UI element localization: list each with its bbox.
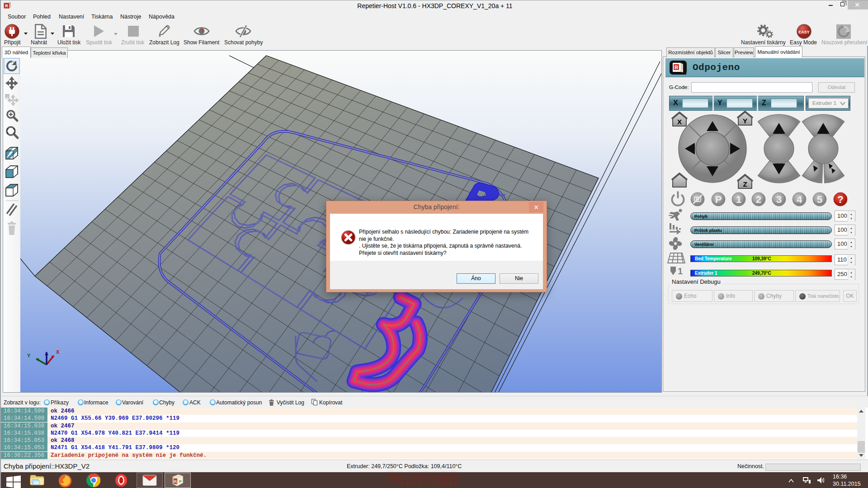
svg-text:Y: Y (743, 117, 747, 125)
svg-text:P: P (179, 479, 182, 483)
svg-text:P: P (715, 194, 722, 205)
svg-text:?: ? (837, 194, 843, 205)
svg-text:Z: Z (743, 180, 747, 188)
svg-text:4: 4 (797, 194, 802, 205)
svg-text:R: R (174, 479, 177, 484)
svg-text:1: 1 (736, 194, 741, 205)
svg-text:2: 2 (756, 194, 761, 205)
svg-text:EASY: EASY (798, 30, 810, 34)
svg-text:5: 5 (817, 194, 822, 205)
svg-text:Y: Y (27, 353, 31, 358)
svg-text:X: X (56, 349, 60, 355)
svg-text:3: 3 (776, 194, 782, 205)
svg-text:1: 1 (678, 266, 683, 276)
svg-text:X: X (677, 118, 682, 126)
